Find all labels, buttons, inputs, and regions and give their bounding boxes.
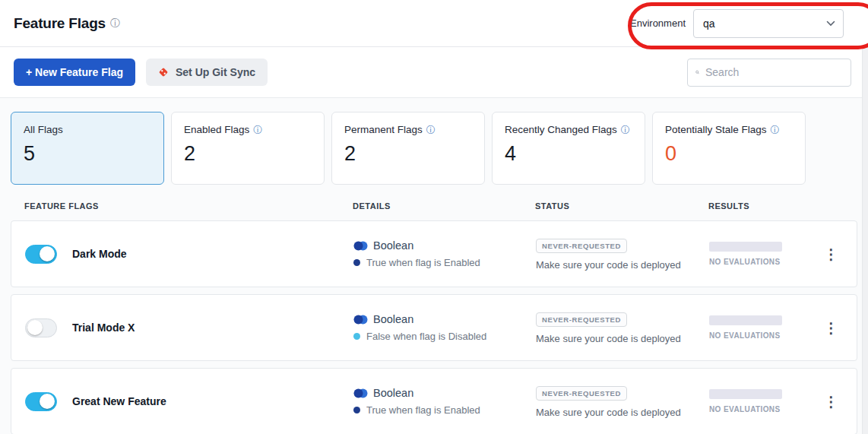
kebab-menu-icon[interactable]: ⋮	[818, 393, 844, 410]
table-row: Dark Mode Boolean True when flag is Enab…	[11, 220, 857, 287]
boolean-type-icon	[353, 388, 368, 398]
default-value-text: True when flag is Enabled	[366, 404, 480, 416]
search-icon	[695, 67, 699, 78]
column-header-details: DETAILS	[353, 201, 535, 211]
info-icon[interactable]: ⓘ	[771, 125, 780, 135]
info-icon[interactable]: ⓘ	[621, 125, 630, 135]
flag-toggle[interactable]	[25, 318, 57, 337]
stat-value: 4	[505, 142, 632, 166]
stat-cards: All Flagsⓘ 5 Enabled Flagsⓘ 2 Permanent …	[11, 112, 857, 185]
results-bar	[709, 242, 782, 252]
stat-label: Enabled Flags	[184, 124, 249, 135]
search-input[interactable]	[705, 66, 843, 78]
default-value-dot	[353, 259, 360, 266]
default-value-text: True when flag is Enabled	[366, 257, 480, 268]
default-value-dot	[353, 333, 360, 340]
toolbar: + New Feature Flag Set Up Git Sync	[0, 47, 868, 98]
stat-card-potentially-stale-flags[interactable]: Potentially Stale Flagsⓘ 0	[652, 112, 806, 185]
column-header-feature-flags: FEATURE FLAGS	[24, 201, 353, 211]
toggle-knob	[27, 320, 43, 335]
environment-select[interactable]: qa	[693, 9, 844, 38]
new-feature-flag-label: + New Feature Flag	[26, 66, 123, 78]
flag-type-label: Boolean	[373, 239, 413, 252]
chevron-down-icon	[826, 21, 835, 27]
table-row: Trial Mode X Boolean False when flag is …	[11, 294, 857, 361]
stat-label: Potentially Stale Flags	[665, 124, 767, 135]
stat-card-permanent-flags[interactable]: Permanent Flagsⓘ 2	[331, 112, 485, 185]
info-icon[interactable]: ⓘ	[426, 125, 436, 135]
flag-name[interactable]: Trial Mode X	[72, 322, 135, 334]
git-icon	[158, 67, 169, 78]
flag-name[interactable]: Great New Feature	[72, 395, 166, 407]
stat-label: Permanent Flags	[344, 124, 423, 135]
flag-toggle[interactable]	[25, 392, 57, 411]
stat-card-recently-changed-flags[interactable]: Recently Changed Flagsⓘ 4	[492, 112, 645, 185]
results-label: NO EVALUATIONS	[709, 405, 782, 413]
boolean-type-icon	[353, 241, 368, 251]
info-icon[interactable]: ⓘ	[110, 18, 120, 28]
flag-type-label: Boolean	[373, 313, 413, 325]
column-header-results: RESULTS	[708, 201, 845, 211]
stat-value: 2	[344, 142, 472, 166]
status-badge: NEVER-REQUESTED	[536, 312, 627, 327]
default-value-dot	[353, 407, 360, 413]
new-feature-flag-button[interactable]: + New Feature Flag	[14, 59, 135, 86]
results-label: NO EVALUATIONS	[709, 331, 782, 340]
stat-label: Recently Changed Flags	[505, 124, 617, 135]
toggle-knob	[40, 246, 55, 261]
kebab-menu-icon[interactable]: ⋮	[818, 319, 844, 337]
stat-card-all-flags[interactable]: All Flagsⓘ 5	[11, 112, 164, 185]
results-bar	[709, 389, 782, 399]
stat-value: 2	[184, 142, 312, 166]
stat-value: 5	[24, 142, 151, 166]
stat-value: 0	[665, 142, 793, 166]
git-sync-button[interactable]: Set Up Git Sync	[146, 59, 268, 86]
table-header: FEATURE FLAGS DETAILS STATUS RESULTS	[11, 185, 857, 220]
default-value-text: False when flag is Disabled	[366, 331, 486, 342]
title-wrap: Feature Flags ⓘ	[14, 15, 120, 32]
status-text: Make sure your code is deployed	[536, 259, 709, 271]
main-content: All Flagsⓘ 5 Enabled Flagsⓘ 2 Permanent …	[0, 98, 868, 434]
environment-value: qa	[703, 17, 715, 30]
flag-toggle[interactable]	[25, 245, 57, 264]
environment-label: Environment	[630, 17, 686, 29]
stat-card-enabled-flags[interactable]: Enabled Flagsⓘ 2	[171, 112, 325, 185]
toggle-knob	[40, 394, 55, 409]
flag-name[interactable]: Dark Mode	[72, 248, 127, 260]
header: Feature Flags ⓘ Environment qa	[0, 0, 868, 47]
scrollbar[interactable]	[862, 47, 868, 434]
info-icon[interactable]: ⓘ	[253, 125, 262, 135]
status-text: Make sure your code is deployed	[536, 333, 709, 344]
boolean-type-icon	[353, 315, 368, 325]
environment-picker: Environment qa	[630, 9, 844, 38]
flag-type-label: Boolean	[373, 387, 413, 399]
status-badge: NEVER-REQUESTED	[536, 386, 627, 401]
page-title: Feature Flags	[14, 15, 106, 32]
status-text: Make sure your code is deployed	[536, 407, 709, 418]
results-bar	[709, 315, 782, 325]
results-label: NO EVALUATIONS	[709, 258, 782, 266]
column-header-status: STATUS	[535, 201, 708, 211]
search-box[interactable]	[687, 59, 851, 87]
table-row: Great New Feature Boolean True when flag…	[11, 368, 857, 434]
stat-label: All Flags	[24, 124, 63, 135]
status-badge: NEVER-REQUESTED	[536, 239, 627, 253]
kebab-menu-icon[interactable]: ⋮	[818, 246, 844, 263]
git-sync-label: Set Up Git Sync	[176, 66, 255, 78]
